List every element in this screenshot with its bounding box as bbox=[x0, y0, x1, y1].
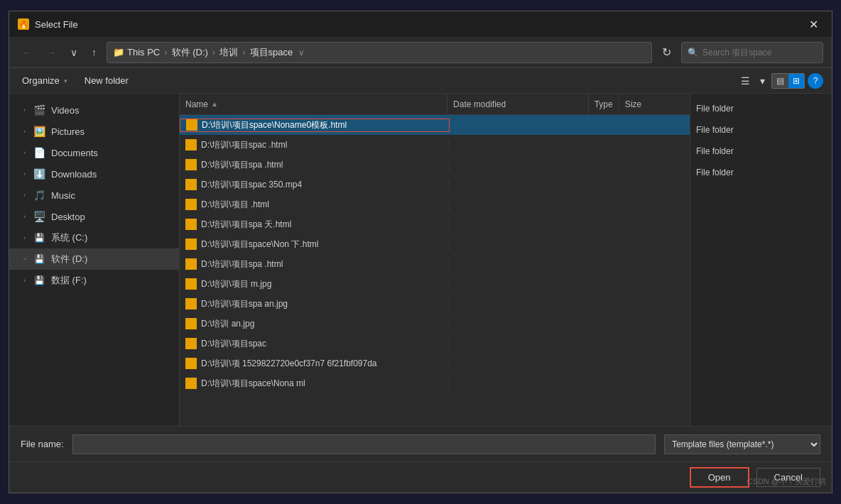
table-row[interactable]: D:\培训\项目spa 天.html bbox=[180, 214, 690, 234]
address-bar[interactable]: 📁 This PC › 软件 (D:) › 培训 › 项目space ∨ bbox=[107, 42, 652, 63]
sidebar-label-videos: Videos bbox=[51, 105, 80, 116]
refresh-button[interactable]: ↻ bbox=[658, 43, 675, 62]
up-button[interactable]: ↑ bbox=[87, 44, 101, 61]
main-content: › 🎬 Videos › 🖼️ Pictures › 📄 Documents ›… bbox=[9, 94, 832, 426]
titlebar-left: 🔥 Select File bbox=[18, 18, 78, 30]
file-name: D:\培训\项目spa an.jpg bbox=[201, 298, 443, 310]
sidebar-label-desktop: Desktop bbox=[51, 212, 85, 222]
table-row[interactable]: D:\培训\项目 .html bbox=[180, 195, 690, 214]
sidebar-item-music[interactable]: › 🎵 Music bbox=[9, 185, 179, 206]
file-name: D:\培训\项目spa .html bbox=[201, 258, 443, 270]
file-name-cell: D:\培训\项目spa an.jpg bbox=[180, 298, 450, 310]
toolbar-right: ☰ ▾ ▤ ⊞ ? bbox=[737, 72, 823, 89]
music-icon: 🎵 bbox=[33, 189, 45, 202]
back-button[interactable]: ← bbox=[18, 44, 36, 61]
type-label-4: File folder bbox=[696, 163, 826, 182]
actions-row: Open Cancel bbox=[9, 461, 832, 493]
sep1: › bbox=[164, 47, 167, 57]
file-name: D:\培训\项目spac bbox=[201, 338, 443, 350]
filetype-select[interactable]: Template files (template*.*) bbox=[664, 434, 820, 454]
col-header-size[interactable]: Size bbox=[619, 94, 690, 114]
file-icon bbox=[185, 258, 197, 270]
table-row[interactable]: D:\培训\项目space\Noname0模板.html bbox=[180, 115, 690, 135]
address-dropdown-arrow[interactable]: ∨ bbox=[295, 48, 308, 57]
filename-input[interactable] bbox=[72, 434, 656, 454]
file-header: Name ▲ Date modified Type Size bbox=[180, 94, 690, 115]
table-row[interactable]: D:\培训\项目spa an.jpg bbox=[180, 294, 690, 314]
table-row[interactable]: D:\培训 an.jpg bbox=[180, 314, 690, 334]
help-button[interactable]: ? bbox=[808, 73, 823, 89]
sidebar-item-d-drive[interactable]: › 💾 软件 (D:) bbox=[9, 248, 179, 270]
file-name: D:\培训\项目 m.jpg bbox=[201, 278, 443, 290]
col-header-name[interactable]: Name ▲ bbox=[180, 94, 447, 114]
videos-icon: 🎬 bbox=[33, 104, 45, 116]
f-drive-icon: 💾 bbox=[33, 274, 45, 287]
table-row[interactable]: D:\培训\项目spac 350.mp4 bbox=[180, 175, 690, 195]
organize-arrow-icon: ▾ bbox=[64, 77, 67, 84]
file-name-cell: D:\培训 an.jpg bbox=[180, 318, 450, 330]
new-folder-button[interactable]: New folder bbox=[80, 72, 133, 89]
sidebar-item-pictures[interactable]: › 🖼️ Pictures bbox=[9, 121, 179, 142]
view-dropdown-button[interactable]: ▾ bbox=[756, 72, 769, 89]
file-icon bbox=[185, 179, 197, 190]
view-toggle: ▤ ⊞ bbox=[771, 73, 805, 89]
table-row[interactable]: D:\培训\项目space\Non 下.html bbox=[180, 234, 690, 254]
sort-arrow-icon: ▲ bbox=[211, 100, 218, 108]
sidebar-item-c-drive[interactable]: › 💾 系统 (C:) bbox=[9, 227, 179, 248]
file-name: D:\培训\项目space\Noname0模板.html bbox=[202, 119, 443, 131]
file-icon bbox=[185, 199, 197, 210]
address-this-pc: This PC bbox=[127, 47, 160, 57]
sidebar-item-downloads[interactable]: › ⬇️ Downloads bbox=[9, 163, 179, 185]
type-label-3: File folder bbox=[696, 142, 826, 160]
file-name: D:\培训\项目spac 350.mp4 bbox=[201, 179, 443, 191]
search-box[interactable]: 🔍 bbox=[681, 42, 823, 63]
sidebar-item-f-drive[interactable]: › 💾 数据 (F:) bbox=[9, 270, 179, 291]
table-row[interactable]: D:\培训\项目space\Nona ml bbox=[180, 373, 690, 393]
table-row[interactable]: D:\培训\项目 m.jpg bbox=[180, 274, 690, 294]
list-view-button[interactable]: ▤ bbox=[772, 74, 788, 88]
close-button[interactable]: ✕ bbox=[803, 14, 823, 34]
titlebar: 🔥 Select File ✕ bbox=[9, 11, 832, 37]
col-size-label: Size bbox=[625, 99, 641, 109]
file-icon bbox=[185, 278, 197, 290]
col-type-label: Type bbox=[595, 99, 613, 109]
expand-arrow-downloads: › bbox=[23, 170, 26, 177]
file-name-cell: D:\培训\项目spa 天.html bbox=[180, 219, 450, 231]
expand-arrow-music: › bbox=[23, 192, 26, 199]
open-button[interactable]: Open bbox=[690, 467, 749, 488]
forward-button[interactable]: → bbox=[42, 44, 60, 61]
file-dialog: 🔥 Select File ✕ ← → ∨ ↑ 📁 This PC › 软件 (… bbox=[9, 11, 832, 493]
address-training: 培训 bbox=[219, 46, 238, 59]
search-input[interactable] bbox=[702, 48, 817, 57]
sidebar-item-desktop[interactable]: › 🖥️ Desktop bbox=[9, 206, 179, 227]
sidebar: › 🎬 Videos › 🖼️ Pictures › 📄 Documents ›… bbox=[9, 94, 180, 426]
table-row[interactable]: D:\培训\项目spa .html bbox=[180, 254, 690, 274]
file-icon bbox=[185, 239, 197, 250]
expand-arrow-desktop: › bbox=[23, 213, 26, 220]
sidebar-item-documents[interactable]: › 📄 Documents bbox=[9, 142, 179, 163]
downloads-icon: ⬇️ bbox=[33, 168, 45, 180]
sidebar-label-music: Music bbox=[51, 190, 75, 201]
sidebar-item-videos[interactable]: › 🎬 Videos bbox=[9, 99, 179, 121]
col-header-type[interactable]: Type bbox=[589, 94, 619, 114]
expand-arrow-c: › bbox=[23, 234, 26, 241]
address-d-drive: 软件 (D:) bbox=[172, 46, 208, 59]
table-row[interactable]: D:\培训\项目spac .html bbox=[180, 135, 690, 155]
file-name: D:\培训\项目spa 天.html bbox=[201, 219, 443, 231]
tiles-view-button[interactable]: ⊞ bbox=[788, 74, 804, 88]
organize-label: Organize bbox=[22, 75, 60, 86]
col-header-date[interactable]: Date modified bbox=[447, 94, 589, 114]
table-row[interactable]: D:\培训\项 1529822720e0cf37n7 6f21fbf097da bbox=[180, 354, 690, 373]
table-row[interactable]: D:\培训\项目spa .html bbox=[180, 155, 690, 175]
table-row[interactable]: D:\培训\项目spac bbox=[180, 334, 690, 354]
col-name-label: Name bbox=[185, 99, 208, 109]
sidebar-label-c-drive: 系统 (C:) bbox=[51, 231, 87, 244]
organize-button[interactable]: Organize ▾ bbox=[18, 72, 72, 89]
file-name: D:\培训\项 1529822720e0cf37n7 6f21fbf097da bbox=[201, 358, 443, 370]
details-view-button[interactable]: ☰ bbox=[737, 72, 754, 89]
watermark: CSDN @小丫头爱打哄 bbox=[747, 476, 826, 487]
dropdown-button[interactable]: ∨ bbox=[66, 44, 82, 61]
expand-arrow-documents: › bbox=[23, 149, 26, 156]
file-list: D:\培训\项目space\Noname0模板.html D:\培训\项目spa… bbox=[180, 115, 690, 426]
sidebar-label-downloads: Downloads bbox=[51, 169, 97, 180]
